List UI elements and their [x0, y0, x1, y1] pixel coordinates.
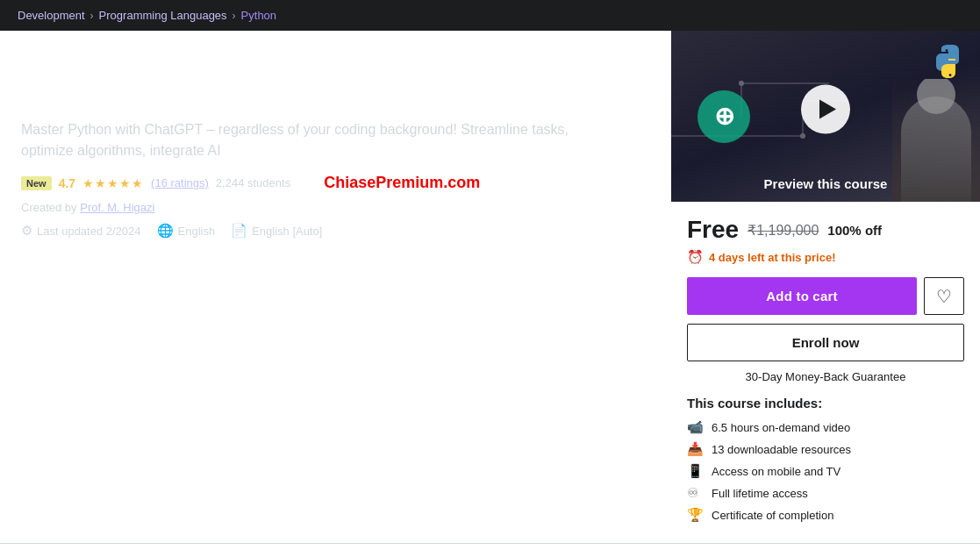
play-button[interactable]	[801, 84, 850, 133]
breadcrumb-sep-2: ›	[232, 10, 236, 22]
badge-new: New	[21, 176, 52, 190]
clock-icon: ⏰	[687, 249, 704, 265]
gear-icon: ⚙	[21, 223, 32, 239]
price-off: 100% off	[827, 223, 882, 238]
captions-icon: 📄	[231, 223, 247, 239]
include-certificate: 🏆 Certificate of completion	[687, 507, 964, 523]
include-video: 📹 6.5 hours on-demand video	[687, 419, 964, 435]
meta-updated-text: Last updated 2/2024	[37, 225, 141, 238]
sidebar-content: Free ₹1,199,000 100% off ⏰ 4 days left a…	[671, 202, 980, 543]
svg-point-6	[739, 81, 744, 86]
download-icon: 📥	[687, 441, 703, 457]
timer-row: ⏰ 4 days left at this price!	[687, 249, 964, 265]
students-count: 2,244 students	[216, 176, 290, 189]
stars: ★★★★★	[82, 176, 144, 190]
meta-captions: 📄 English [Auto]	[231, 223, 322, 239]
price-free: Free	[687, 216, 739, 244]
course-preview[interactable]: ⊕ Preview	[671, 31, 980, 202]
breadcrumb-python: Python	[241, 9, 276, 22]
rating-count[interactable]: (16 ratings)	[151, 176, 209, 189]
includes-title: This course includes:	[687, 396, 964, 411]
globe-icon: 🌐	[157, 223, 174, 239]
price-original: ₹1,199,000	[748, 222, 819, 239]
price-row: Free ₹1,199,000 100% off	[687, 216, 964, 244]
add-to-cart-button[interactable]: Add to cart	[687, 277, 917, 315]
meta-language: 🌐 English	[157, 223, 216, 239]
trophy-icon: 🏆	[687, 507, 703, 523]
include-resources: 📥 13 downloadable resources	[687, 441, 964, 457]
add-cart-row: Add to cart ♡	[687, 277, 964, 315]
play-icon	[819, 99, 836, 118]
include-certificate-text: Certificate of completion	[712, 509, 833, 522]
instructor-silhouette	[892, 79, 980, 202]
course-subtitle: Master Python with ChatGPT – regardless …	[21, 119, 618, 161]
svg-point-5	[800, 133, 805, 139]
include-mobile: 📱 Access on mobile and TV	[687, 463, 964, 479]
creator-row: Created by Prof. M. Higazi	[21, 201, 650, 214]
rating-score: 4.7	[59, 176, 75, 190]
page-wrapper: Development › Programming Languages › Py…	[0, 0, 980, 557]
timer-text: 4 days left at this price!	[709, 251, 836, 264]
include-video-text: 6.5 hours on-demand video	[712, 421, 850, 434]
include-lifetime-text: Full lifetime access	[712, 487, 808, 500]
rating-row: New 4.7 ★★★★★ (16 ratings) 2,244 student…	[21, 174, 650, 192]
infinity-icon: ♾	[687, 485, 703, 501]
content-row: ChatGPT Python Programming: AI Guided Co…	[0, 31, 980, 543]
breadcrumb-programming-languages[interactable]: Programming Languages	[99, 9, 227, 22]
enroll-now-button[interactable]: Enroll now	[687, 324, 964, 361]
breadcrumb-development[interactable]: Development	[18, 9, 85, 22]
creator-label: Created by	[21, 201, 77, 214]
meta-captions-text: English [Auto]	[252, 225, 322, 238]
meta-row: ⚙ Last updated 2/2024 🌐 English 📄 Englis…	[21, 223, 650, 239]
video-icon: 📹	[687, 419, 703, 435]
watermark: ChiasePremium.com	[324, 174, 480, 192]
course-sidebar: ⊕ Preview	[671, 31, 980, 543]
money-back-guarantee: 30-Day Money-Back Guarantee	[687, 370, 964, 383]
include-lifetime: ♾ Full lifetime access	[687, 485, 964, 501]
preview-label: Preview this course	[764, 176, 888, 202]
bottom-section: What you'll learn ✓ Python Skills with A…	[0, 543, 980, 557]
breadcrumb-bar: Development › Programming Languages › Py…	[0, 0, 980, 31]
chatgpt-logo: ⊕	[697, 90, 750, 143]
breadcrumb-sep-1: ›	[90, 10, 94, 22]
meta-language-text: English	[178, 225, 216, 238]
meta-updated: ⚙ Last updated 2/2024	[21, 223, 141, 239]
includes-list: 📹 6.5 hours on-demand video 📥 13 downloa…	[687, 419, 964, 523]
mobile-icon: 📱	[687, 463, 703, 479]
wishlist-button[interactable]: ♡	[924, 277, 964, 315]
course-hero: ChatGPT Python Programming: AI Guided Co…	[0, 31, 671, 543]
creator-link[interactable]: Prof. M. Higazi	[80, 201, 154, 214]
course-title: ChatGPT Python Programming: AI Guided Co…	[21, 48, 650, 107]
include-mobile-text: Access on mobile and TV	[712, 465, 841, 478]
include-resources-text: 13 downloadable resources	[712, 443, 851, 456]
